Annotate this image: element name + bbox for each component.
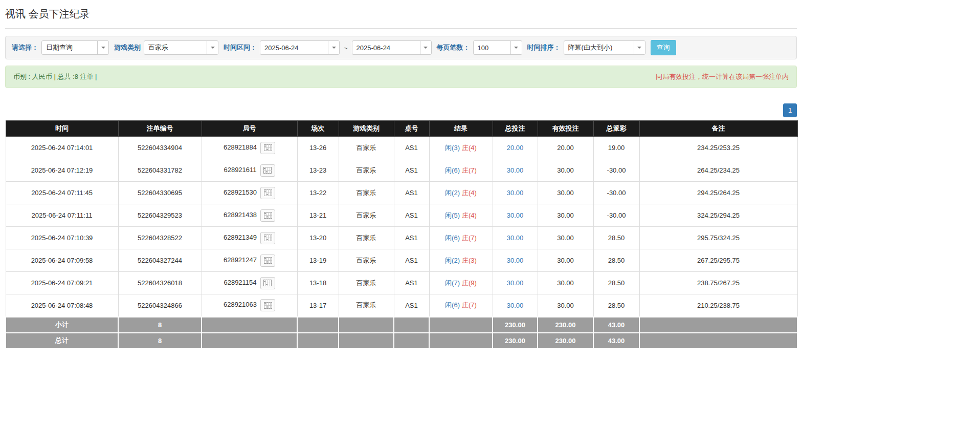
cell-table-no: AS1 [394, 182, 429, 204]
cell-valid-bet: 30.00 [538, 294, 593, 317]
cell-total-bet: 30.00 [493, 227, 538, 249]
subtotal-count: 8 [118, 317, 202, 333]
chevron-down-icon[interactable] [328, 41, 339, 54]
page-size-select[interactable]: 100 [473, 40, 522, 55]
result-player: 闲(2) [445, 257, 460, 264]
page-title: 视讯 会员下注纪录 [5, 7, 797, 29]
cell-session: 13-21 [297, 204, 339, 227]
chevron-down-icon[interactable] [634, 41, 645, 54]
round-number: 628921063 [224, 301, 257, 309]
cell-total-bet: 30.00 [493, 204, 538, 227]
result-banker: 庄(7) [462, 234, 477, 242]
roadmap-icon-button[interactable] [260, 164, 275, 177]
cell-session: 13-23 [297, 159, 339, 182]
game-type-label: 游戏类别 [114, 43, 141, 52]
chevron-down-icon[interactable] [510, 41, 522, 54]
total-bet-link[interactable]: 30.00 [507, 257, 524, 264]
grand-total-empty-cell [639, 333, 797, 349]
cell-note: 295.75/324.25 [639, 227, 797, 249]
game-type-select[interactable]: 百家乐 [144, 40, 218, 55]
total-bet-link[interactable]: 30.00 [507, 189, 524, 197]
sort-select[interactable]: 降冪(由大到小) [564, 40, 645, 55]
date-from-input[interactable]: 2025-06-24 [260, 40, 340, 55]
cell-bet-id: 522604327244 [118, 249, 202, 272]
result-banker: 庄(3) [462, 257, 477, 264]
header-result: 结果 [429, 121, 493, 137]
cell-time: 2025-06-24 07:14:01 [6, 137, 118, 159]
date-to-input[interactable]: 2025-06-24 [352, 40, 432, 55]
cell-payout: -30.00 [593, 159, 639, 182]
roadmap-icon-button[interactable] [260, 232, 275, 244]
roadmap-icon-button[interactable] [260, 299, 275, 311]
header-valid-bet: 有效投注 [538, 121, 593, 137]
sort-group: 时间排序： 降冪(由大到小) [527, 40, 645, 55]
cell-total-bet: 30.00 [493, 272, 538, 294]
cell-valid-bet: 30.00 [538, 272, 593, 294]
cell-time: 2025-06-24 07:11:11 [6, 204, 118, 227]
cell-time: 2025-06-24 07:12:19 [6, 159, 118, 182]
query-type-value: 日期查询 [42, 41, 97, 54]
chevron-down-icon[interactable] [420, 41, 431, 54]
cell-game: 百家乐 [339, 249, 394, 272]
chevron-down-icon[interactable] [207, 41, 218, 54]
result-banker: 庄(4) [462, 144, 477, 152]
cell-time: 2025-06-24 07:08:48 [6, 294, 118, 317]
cell-table-no: AS1 [394, 227, 429, 249]
search-button[interactable]: 查询 [651, 40, 676, 55]
roadmap-icon-button[interactable] [260, 255, 275, 267]
summary-notice-bar: 币别 : 人民币 | 总共 :8 注单 | 同局有效投注，统一计算在该局第一张注… [5, 66, 797, 88]
cell-game: 百家乐 [339, 204, 394, 227]
cell-table-no: AS1 [394, 137, 429, 159]
page-size-label: 每页笔数： [437, 43, 470, 52]
total-bet-link[interactable]: 30.00 [507, 234, 524, 242]
grand-total-total-bet: 230.00 [493, 333, 538, 349]
subtotal-empty-cell [639, 317, 797, 333]
date-from-value: 2025-06-24 [260, 41, 328, 54]
cell-round: 628921349 [202, 227, 297, 249]
cell-time: 2025-06-24 07:10:39 [6, 227, 118, 249]
round-number: 628921247 [224, 256, 257, 264]
table-header-row: 时间 注单编号 局号 场次 游戏类别 桌号 结果 总投注 有效投注 总派彩 备注 [6, 121, 797, 137]
subtotal-empty-cell [429, 317, 493, 333]
cell-game: 百家乐 [339, 227, 394, 249]
cell-table-no: AS1 [394, 249, 429, 272]
grand-total-row: 总计 8 230.00 230.00 43.00 [6, 333, 797, 349]
total-bet-link[interactable]: 30.00 [507, 279, 524, 287]
cell-valid-bet: 30.00 [538, 159, 593, 182]
cell-note: 264.25/234.25 [639, 159, 797, 182]
query-type-select[interactable]: 日期查询 [41, 40, 109, 55]
header-note: 备注 [639, 121, 797, 137]
cell-table-no: AS1 [394, 204, 429, 227]
cell-round: 628921154 [202, 272, 297, 294]
range-separator: ~ [343, 44, 349, 52]
cell-game: 百家乐 [339, 294, 394, 317]
total-bet-link[interactable]: 30.00 [507, 302, 524, 309]
cell-round: 628921438 [202, 204, 297, 227]
cell-table-no: AS1 [394, 159, 429, 182]
total-bet-link[interactable]: 20.00 [507, 144, 524, 152]
roadmap-icon-button[interactable] [260, 209, 275, 222]
cell-session: 13-20 [297, 227, 339, 249]
cell-total-bet: 20.00 [493, 137, 538, 159]
cell-valid-bet: 30.00 [538, 249, 593, 272]
cell-bet-id: 522604324866 [118, 294, 202, 317]
cell-result: 闲(2)庄(4) [429, 182, 493, 204]
pagination-page-1-button[interactable]: 1 [783, 103, 797, 117]
total-bet-link[interactable]: 30.00 [507, 211, 524, 219]
cell-time: 2025-06-24 07:09:21 [6, 272, 118, 294]
round-number: 628921154 [224, 279, 256, 286]
cell-total-bet: 30.00 [493, 159, 538, 182]
roadmap-icon-button[interactable] [260, 187, 275, 199]
roadmap-icon-button[interactable] [260, 277, 275, 289]
cell-bet-id: 522604328522 [118, 227, 202, 249]
roadmap-icon-button[interactable] [260, 142, 275, 154]
cell-round: 628921530 [202, 182, 297, 204]
cell-session: 13-26 [297, 137, 339, 159]
warning-text: 同局有效投注，统一计算在该局第一张注单内 [656, 72, 789, 81]
result-banker: 庄(9) [462, 279, 477, 287]
chevron-down-icon[interactable] [97, 41, 108, 54]
page-container: 视讯 会员下注纪录 请选择： 日期查询 游戏类别 百家乐 时间区间： 2025-… [5, 0, 797, 349]
total-bet-link[interactable]: 30.00 [507, 166, 524, 174]
round-number: 628921884 [224, 143, 257, 151]
cell-payout: 28.50 [593, 272, 639, 294]
